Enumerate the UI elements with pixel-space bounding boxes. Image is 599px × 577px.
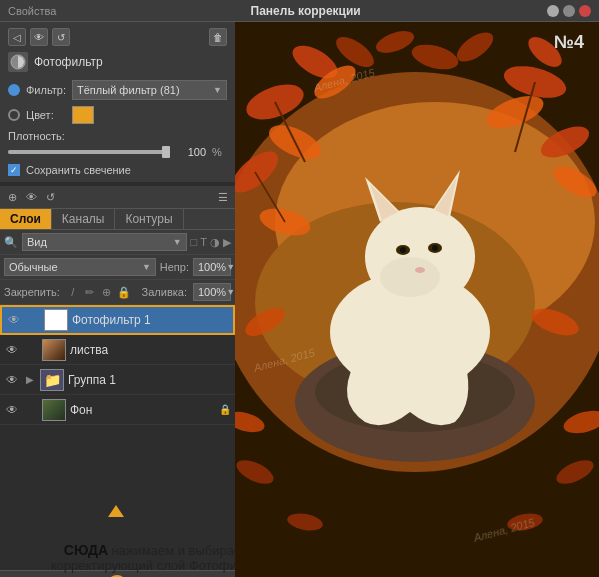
- filter-icon-2[interactable]: T: [200, 236, 207, 249]
- layer-thumb-0: [44, 309, 68, 331]
- opacity-dropdown-arrow: ▼: [226, 262, 235, 272]
- layer-list: 👁 Фотофильтр 1 👁 листва 👁 ▶ 📁 Группа 1: [0, 305, 235, 570]
- blend-mode-row: Обычные ▼ Непр: 100% ▼: [0, 255, 235, 280]
- instruction-bold: СЮДА: [64, 542, 108, 558]
- fill-dropdown-arrow: ▼: [226, 287, 235, 297]
- filter-icon-3[interactable]: ◑: [210, 236, 220, 249]
- fox-image: Алена, 2015 Алена, 2015 Алена, 2015 №4: [235, 22, 599, 577]
- layers-refresh-icon[interactable]: ↺: [42, 189, 58, 205]
- opacity-label: Непр:: [160, 261, 189, 273]
- density-label: Плотность:: [8, 130, 68, 142]
- density-section: Плотность: 100 %: [8, 130, 227, 158]
- layers-link-icon[interactable]: ⊕: [4, 189, 20, 205]
- layers-search-row: 🔍 Вид ▼ □ T ◑ ▶: [0, 230, 235, 255]
- preserve-luminosity-checkbox[interactable]: ✓: [8, 164, 20, 176]
- layers-top-toolbar: ⊕ 👁 ↺ ☰: [0, 186, 235, 209]
- layer-item-photofiler[interactable]: 👁 Фотофильтр 1: [0, 305, 235, 335]
- layer-name-0: Фотофильтр 1: [72, 313, 229, 327]
- photo-filter-icon: [8, 52, 28, 72]
- layers-section: ⊕ 👁 ↺ ☰ Слои Каналы Контуры 🔍 Вид ▼: [0, 186, 235, 577]
- filter-radio[interactable]: [8, 84, 20, 96]
- density-slider[interactable]: [8, 150, 170, 154]
- layer-eye-1[interactable]: 👁: [4, 342, 20, 358]
- density-value: 100: [176, 146, 206, 158]
- search-dropdown-value: Вид: [27, 236, 47, 248]
- svg-point-16: [432, 245, 438, 251]
- layer-eye-2[interactable]: 👁: [4, 372, 20, 388]
- filter-icon-4[interactable]: ▶: [223, 236, 231, 249]
- title-bar: Свойства Панель коррекции: [0, 0, 599, 22]
- density-row: 100 %: [8, 146, 227, 158]
- image-number: №4: [554, 32, 584, 53]
- density-slider-thumb[interactable]: [162, 146, 170, 158]
- photo-filter-title: Фотофильтр: [8, 52, 227, 72]
- filter-dropdown[interactable]: Тёплый фильтр (81) ▼: [72, 80, 227, 100]
- properties-label: Свойства: [8, 5, 56, 17]
- layer-eye-3[interactable]: 👁: [4, 402, 20, 418]
- color-swatch[interactable]: [72, 106, 94, 124]
- arrow-indicator: [108, 505, 124, 517]
- layer-thumb-2: 📁: [40, 369, 64, 391]
- left-panel: ◁ 👁 ↺ 🗑 Фотофильтр Фильтр: Тёплый фильтр…: [0, 22, 235, 577]
- lock-icons: / ✏ ⊕ 🔒: [66, 285, 131, 299]
- layer-item-background[interactable]: 👁 Фон 🔒: [0, 395, 235, 425]
- blend-mode-dropdown[interactable]: Обычные ▼: [4, 258, 156, 276]
- layer-name-3: Фон: [70, 403, 215, 417]
- tab-layers[interactable]: Слои: [0, 209, 52, 229]
- maximize-button[interactable]: [563, 5, 575, 17]
- blend-mode-value: Обычные: [9, 261, 58, 273]
- photo-filter-label: Фотофильтр: [34, 55, 103, 69]
- layer-chain-3: [24, 403, 38, 417]
- filter-icon-1[interactable]: □: [191, 236, 198, 249]
- fox-illustration: Алена, 2015 Алена, 2015 Алена, 2015: [235, 22, 599, 577]
- window-controls[interactable]: [547, 5, 591, 17]
- color-selector-row: Цвет:: [8, 106, 227, 124]
- layers-more-icon[interactable]: ☰: [215, 189, 231, 205]
- lock-row: Закрепить: / ✏ ⊕ 🔒 Заливка: 100% ▼: [0, 280, 235, 305]
- filter-delete-button[interactable]: 🗑: [209, 28, 227, 46]
- panel-title: Панель коррекции: [64, 4, 547, 18]
- layers-eye-icon[interactable]: 👁: [23, 189, 39, 205]
- filter-visibility-button[interactable]: 👁: [30, 28, 48, 46]
- filter-selector-row: Фильтр: Тёплый фильтр (81) ▼: [8, 80, 227, 100]
- filter-dropdown-arrow: ▼: [213, 85, 222, 95]
- density-unit: %: [212, 146, 227, 158]
- tab-channels[interactable]: Каналы: [52, 209, 116, 229]
- opacity-input[interactable]: 100% ▼: [193, 258, 231, 276]
- photo-filter-section: ◁ 👁 ↺ 🗑 Фотофильтр Фильтр: Тёплый фильтр…: [0, 22, 235, 182]
- layer-eye-0[interactable]: 👁: [6, 312, 22, 328]
- filter-label: Фильтр:: [26, 84, 66, 96]
- lock-transparent-icon[interactable]: /: [66, 285, 80, 299]
- layer-item-group[interactable]: 👁 ▶ 📁 Группа 1: [0, 365, 235, 395]
- color-radio[interactable]: [8, 109, 20, 121]
- filter-prev-button[interactable]: ◁: [8, 28, 26, 46]
- svg-point-18: [380, 257, 440, 297]
- preserve-luminosity-label: Сохранить свечение: [26, 164, 131, 176]
- layer-thumb-1: [42, 339, 66, 361]
- blend-dropdown-arrow: ▼: [142, 262, 151, 272]
- tab-paths[interactable]: Контуры: [115, 209, 183, 229]
- lock-label: Закрепить:: [4, 286, 60, 298]
- filter-refresh-button[interactable]: ↺: [52, 28, 70, 46]
- layer-expand-2[interactable]: ▶: [24, 374, 36, 386]
- filter-dropdown-value: Тёплый фильтр (81): [77, 84, 180, 96]
- close-button[interactable]: [579, 5, 591, 17]
- layer-thumb-3: [42, 399, 66, 421]
- color-label: Цвет:: [26, 109, 66, 121]
- layer-name-2: Группа 1: [68, 373, 231, 387]
- preserve-luminosity-row: ✓ Сохранить свечение: [8, 164, 227, 176]
- lock-position-icon[interactable]: ⊕: [100, 285, 114, 299]
- search-dropdown-arrow: ▼: [173, 237, 182, 247]
- layer-item-leaves[interactable]: 👁 листва: [0, 335, 235, 365]
- search-dropdown[interactable]: Вид ▼: [22, 233, 187, 251]
- density-slider-fill: [8, 150, 170, 154]
- right-panel: Алена, 2015 Алена, 2015 Алена, 2015 №4: [235, 22, 599, 577]
- lock-all-icon[interactable]: 🔒: [117, 285, 131, 299]
- lock-image-icon[interactable]: ✏: [83, 285, 97, 299]
- minimize-button[interactable]: [547, 5, 559, 17]
- density-slider-container[interactable]: [8, 146, 170, 158]
- opacity-value-text: 100%: [198, 261, 226, 273]
- search-filter-icons: □ T ◑ ▶: [191, 236, 231, 249]
- svg-point-15: [400, 247, 406, 253]
- fill-input[interactable]: 100% ▼: [193, 283, 231, 301]
